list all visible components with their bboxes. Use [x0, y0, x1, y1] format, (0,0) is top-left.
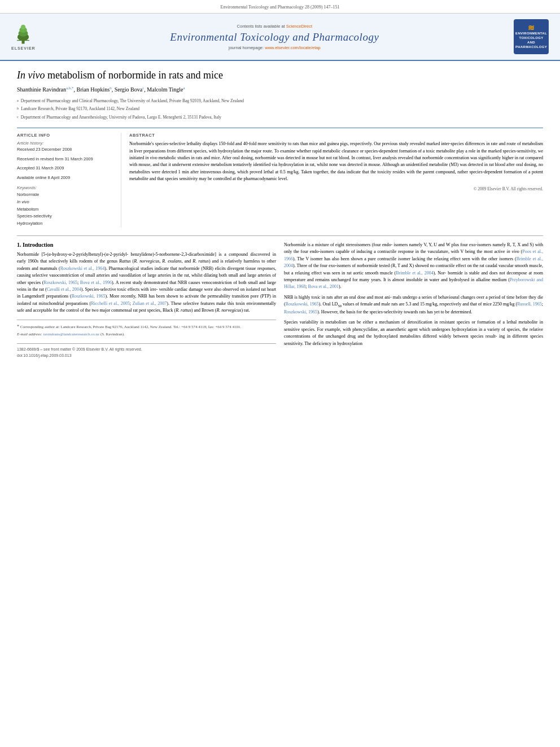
bottom-bar: 1382-6689/$ – see front matter © 2009 El…	[17, 343, 276, 351]
elsevier-logo: ELSEVIER	[11, 24, 36, 50]
journal-header: Environmental Toxicology and Pharmacolog…	[0, 0, 560, 14]
keyword-hydroxylation: Hydroxylation	[17, 220, 115, 228]
affiliation-a: a Department of Pharmacology and Clinica…	[17, 98, 543, 106]
body-right-col: Norbormide is a mixture of eight stereoi…	[284, 242, 543, 358]
footnote-email: E-mail address: ravindrans@landcareresea…	[17, 331, 276, 338]
badge-arc-icon: ≋	[528, 24, 535, 32]
abstract-text: Norbormide's species-selective lethality…	[129, 141, 543, 182]
article-info-panel: ARTICLE INFO Article history: Received 2…	[17, 133, 121, 228]
journal-homepage: journal homepage: www.elsevier.com/locat…	[36, 45, 514, 50]
issn-text: 1382-6689/$ – see front matter © 2009 El…	[17, 347, 142, 351]
keywords-section: Keywords: Norbormide In vivo Metabolism …	[17, 185, 115, 228]
elsevier-tree-icon	[12, 24, 34, 45]
history-label: Article history:	[17, 141, 115, 146]
footnote-corresponding: * Corresponding author at: Landcare Rese…	[17, 324, 276, 330]
keyword-species-selectivity: Species-selectivity	[17, 213, 115, 220]
body-left-col: 1. Introduction Norbormide [5-(α-hydroxy…	[17, 242, 276, 358]
article-info-abstract: ARTICLE INFO Article history: Received 2…	[17, 128, 543, 228]
contents-line: Contents lists available at ScienceDirec…	[36, 24, 514, 29]
journal-title-banner: Environmental Toxicology and Pharmacolog…	[36, 31, 514, 43]
abstract-panel: ABSTRACT Norbormide's species-selective …	[129, 133, 543, 228]
banner-right: ≋ ENVIRONMENTALTOXICOLOGY ANDPHARMACOLOG…	[514, 19, 549, 54]
page: Environmental Toxicology and Pharmacolog…	[0, 0, 560, 747]
elsevier-label: ELSEVIER	[11, 46, 36, 50]
banner-center: Contents lists available at ScienceDirec…	[36, 24, 514, 50]
doi-text: doi:10.1016/j.etap.2009.03.013	[17, 353, 72, 357]
ref-bova1996[interactable]: Bova et al., 1996	[80, 280, 112, 285]
abstract-title: ABSTRACT	[129, 133, 543, 138]
available-date: Available online 8 April 2009	[17, 175, 115, 181]
badge-text: ENVIRONMENTALTOXICOLOGY ANDPHARMACOLOGY	[515, 32, 547, 49]
article-title: In vivo metabolism of norbormide in rats…	[17, 69, 543, 82]
banner-left: ELSEVIER	[11, 24, 36, 50]
ref-roszkowski1965[interactable]: Roszkowski, 1965	[43, 280, 77, 285]
revised-date: Received in revised form 31 March 2009	[17, 156, 115, 163]
ref-roszkowski1965d[interactable]: Roszkowski, 1965	[284, 309, 317, 314]
body-para1: Norbormide [5-(α-hydroxy-α-2-pyridylbenz…	[17, 251, 276, 314]
ref-ricchelli2005[interactable]: Ricchelli et al., 2005	[91, 301, 130, 306]
ref-roszkowski1964[interactable]: Roszkowski et al., 1964	[60, 266, 105, 271]
ref-cavalli2004[interactable]: Cavalli et al., 2004	[47, 287, 81, 292]
copyright: © 2009 Elsevier B.V. All rights reserved…	[129, 186, 543, 191]
affiliations: a Department of Pharmacology and Clinica…	[17, 98, 543, 123]
footnotes: * Corresponding author at: Landcare Rese…	[17, 320, 276, 338]
body-columns: 1. Introduction Norbormide [5-(α-hydroxy…	[17, 235, 543, 358]
journal-badge: ≋ ENVIRONMENTALTOXICOLOGY ANDPHARMACOLOG…	[514, 19, 549, 54]
ref-brimble2004[interactable]: Brimble et al., 2004	[284, 256, 543, 268]
journal-header-text: Environmental Toxicology and Pharmacolog…	[11, 5, 549, 10]
section1-title: 1. Introduction	[17, 242, 276, 248]
body-para-right1: Norbormide is a mixture of eight stereoi…	[284, 242, 543, 291]
received-date: Received 23 December 2008	[17, 147, 115, 153]
email-link[interactable]: ravindrans@landcareresearch.co.nz	[43, 332, 99, 337]
keyword-norbormide: Norbormide	[17, 191, 115, 199]
accepted-date: Accepted 31 March 2009	[17, 165, 115, 172]
sciencedirect-link[interactable]: ScienceDirect	[286, 24, 312, 29]
homepage-link[interactable]: www.elsevier.com/locate/etap	[265, 45, 320, 50]
ref-russell1965[interactable]: Russell, 1965	[517, 302, 542, 307]
keywords-label: Keywords:	[17, 185, 115, 190]
ref-bova2001[interactable]: Bova et al., 2001	[308, 284, 339, 289]
article-info-title: ARTICLE INFO	[17, 133, 115, 138]
ref-brimble2004b[interactable]: Brimble et al., 2004	[396, 270, 433, 276]
ref-roszkowski1965b[interactable]: Roszkowski, 1965	[72, 294, 106, 299]
authors-line: Shanthinie Ravindrana,b,*, Brian Hopkins…	[17, 85, 543, 94]
ref-roszkowski1965c[interactable]: Roszkowski, 1965	[286, 302, 319, 307]
ref-zulian2007[interactable]: Zulian et al., 2007	[133, 301, 167, 306]
svg-point-4	[21, 24, 25, 29]
affiliation-b: b Landcare Research, Private Bag 92170, …	[17, 106, 543, 114]
affiliation-c: c Department of Pharmacology and Anaesth…	[17, 114, 543, 123]
keyword-metabolism: Metabolism	[17, 206, 115, 213]
body-para-right3: Species variability in metabolism can be…	[284, 319, 543, 347]
content: In vivo metabolism of norbormide in rats…	[0, 61, 560, 366]
body-para-right2: NRB is highly toxic in rats after an ora…	[284, 294, 543, 316]
keyword-invivo: In vivo	[17, 199, 115, 206]
banner: ELSEVIER Contents lists available at Sci…	[0, 14, 560, 61]
ref-poos1966[interactable]: Poos et al., 1966	[284, 249, 543, 261]
